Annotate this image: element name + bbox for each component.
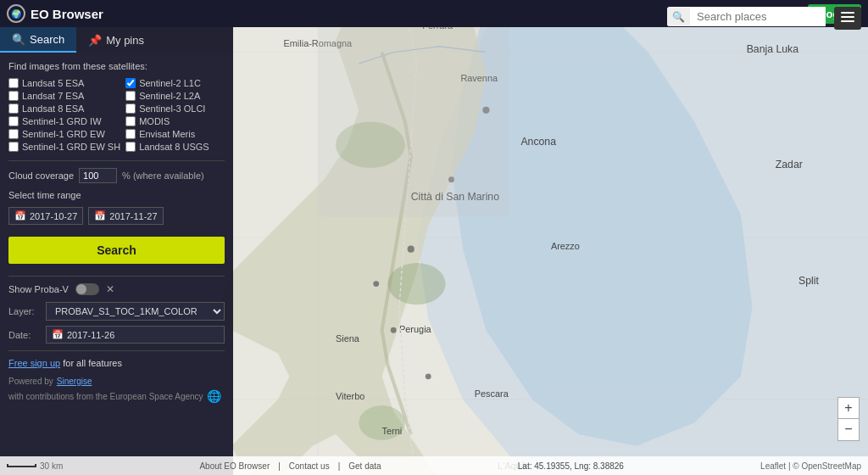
svg-text:Perugia: Perugia [399,324,432,334]
landsat5-label: Landsat 5 ESA [22,78,84,88]
s3olci-label: Sentinel-3 OLCI [139,103,205,114]
esa-icon: 🌐 [207,389,221,403]
layer-select[interactable]: PROBAV_S1_TOC_1KM_COLOR PROBAV_S1_TOC_33… [46,302,225,321]
landsat8-label: Landsat 8 ESA [22,103,84,114]
svg-text:Banja Luka: Banja Luka [747,43,799,55]
time-range-row: Select time range [8,190,225,200]
scale-bar: 30 km [7,461,63,471]
layer-row: Layer: PROBAV_S1_TOC_1KM_COLOR PROBAV_S1… [8,302,225,321]
satellite-s3olci[interactable]: Sentinel-3 OLCI [125,103,225,114]
layers-button[interactable] [834,7,861,30]
checkbox-s1grewsh[interactable] [8,142,19,152]
checkbox-s3olci[interactable] [125,103,136,114]
scale-line [7,464,36,467]
date-to-field[interactable]: 📅 2017-11-27 [88,207,163,225]
toggle-dot [76,284,86,294]
time-range-label: Select time range [8,190,81,200]
satellite-s1grew[interactable]: Sentinel-1 GRD EW [8,129,120,139]
globe-icon: 🌍 [7,4,25,23]
svg-text:Split: Split [798,275,819,287]
signup-row: Free sign up for all features [8,358,225,368]
search-button[interactable]: Search [8,237,225,264]
proba-date-field[interactable]: 📅 2017-11-26 [46,326,225,344]
proba-toggle[interactable] [75,283,99,295]
svg-point-4 [373,281,379,287]
zoom-out-button[interactable]: − [837,419,860,441]
sinergise-link[interactable]: Sinergise [57,377,92,386]
satellite-s1grewsh[interactable]: Sentinel-1 GRD EW SH [8,142,120,152]
close-proba-button[interactable]: ✕ [106,283,114,295]
cloud-coverage-suffix: % (where available) [122,170,204,181]
satellite-landsat5[interactable]: Landsat 5 ESA [8,78,120,88]
checkbox-envisat[interactable] [125,129,136,139]
checkbox-landsat5[interactable] [8,78,19,88]
satellite-landsat7[interactable]: Landsat 7 ESA [8,91,120,101]
search-tab-icon: 🔍 [12,33,25,46]
checkbox-landsat7[interactable] [8,91,19,101]
landsat8usgs-label: Landsat 8 USGS [139,142,209,152]
svg-rect-34 [841,12,854,14]
divider-3 [8,350,225,351]
satellite-s2l2a[interactable]: Sentinel-2 L2A [125,91,225,101]
satellite-s2l1c[interactable]: Sentinel-2 L1C [125,78,225,88]
free-signup-link[interactable]: Free sign up [8,358,60,368]
svg-text:Zadar: Zadar [776,159,803,170]
cloud-coverage-label: Cloud coverage [8,170,74,181]
s1grew-label: Sentinel-1 GRD EW [22,129,105,139]
search-tab-label: Search [30,33,64,46]
proba-date-value: 2017-11-26 [67,330,114,340]
app-title: EO Browser [31,7,103,21]
landsat7-label: Landsat 7 ESA [22,91,84,101]
checkbox-s2l2a[interactable] [125,91,136,101]
checkbox-s1grew[interactable] [8,129,19,139]
tab-mypins[interactable]: 📌 My pins [76,27,156,53]
satellite-landsat8usgs[interactable]: Landsat 8 USGS [125,142,225,152]
satellite-grid: Landsat 5 ESA Landsat 7 ESA Landsat 8 ES… [8,78,225,152]
contact-link[interactable]: Contact us [289,461,330,471]
layers-icon [841,10,854,24]
coordinates-display: Lat: 45.19355, Lng: 8.38826 [518,461,624,471]
svg-text:Arezzo: Arezzo [551,241,580,251]
date-from-field[interactable]: 📅 2017-10-27 [8,207,83,225]
satellite-s1griw[interactable]: Sentinel-1 GRD IW [8,116,120,126]
s1griw-label: Sentinel-1 GRD IW [22,116,102,126]
satellite-landsat8[interactable]: Landsat 8 ESA [8,103,120,114]
show-proba-row: Show Proba-V ✕ [8,283,225,295]
svg-point-6 [426,373,431,379]
logo-area: 🌍 EO Browser [0,4,110,23]
pins-tab-label: My pins [106,34,144,47]
checkbox-modis[interactable] [125,116,136,126]
envisat-label: Envisat Meris [139,129,195,139]
svg-rect-35 [841,16,854,18]
divider-2 [8,276,225,277]
map-search-input[interactable] [690,7,826,26]
about-link[interactable]: About EO Browser [199,461,270,471]
layer-label: Layer: [8,306,41,316]
calendar-icon-proba: 📅 [52,329,64,340]
svg-text:Siena: Siena [336,333,360,344]
powered-suffix: with contributions from the European Spa… [8,392,203,401]
satellite-envisat[interactable]: Envisat Meris [125,129,225,139]
cloud-coverage-input[interactable] [79,168,117,183]
svg-point-5 [391,327,397,333]
tab-search[interactable]: 🔍 Search [0,27,76,53]
date-fields-row: 📅 2017-10-27 📅 2017-11-27 [8,207,225,225]
satellite-modis[interactable]: MODIS [125,116,225,126]
s2l1c-label: Sentinel-2 L1C [139,78,201,88]
date-to-value: 2017-11-27 [109,211,157,221]
checkbox-s1griw[interactable] [8,116,19,126]
svg-text:Terni: Terni [382,426,403,436]
signup-suffix: for all features [63,358,122,368]
checkbox-landsat8[interactable] [8,103,19,114]
powered-row: Powered by Sinergise with contributions … [8,377,225,403]
checkbox-landsat8usgs[interactable] [125,142,136,152]
getdata-link[interactable]: Get data [348,461,381,471]
map-search-icon[interactable]: 🔍 [667,8,690,26]
s2l2a-label: Sentinel-2 L2A [139,91,200,101]
zoom-in-button[interactable]: + [837,397,860,419]
checkbox-s2l1c[interactable] [125,78,136,88]
powered-by-label: Powered by [8,377,53,386]
zoom-controls: + − [837,397,860,441]
bottom-links: About EO Browser | Contact us | Get data [199,461,381,471]
cloud-coverage-row: Cloud coverage % (where available) [8,168,225,183]
